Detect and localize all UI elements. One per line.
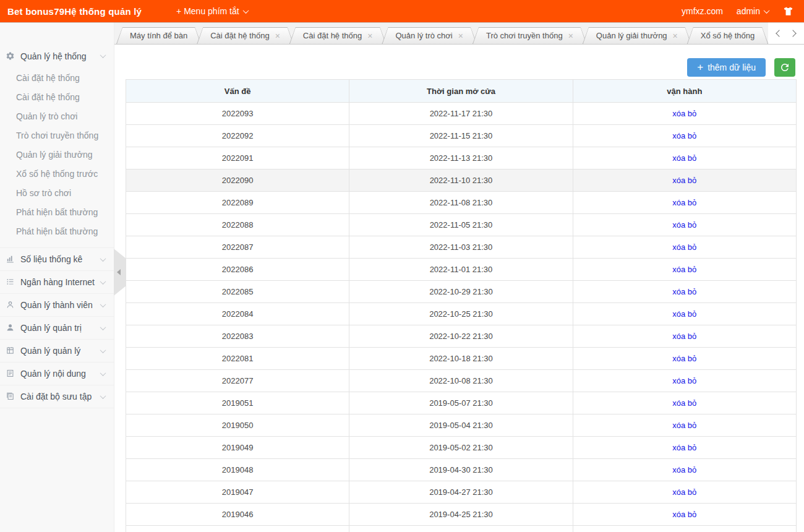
tab-label: Quản lý trò chơi — [395, 31, 452, 40]
sidebar-subitem-0-0[interactable]: Cài đặt hệ thống — [0, 69, 114, 88]
content-icon — [6, 369, 15, 379]
cell-open-time: 2019-04-30 21:30 — [349, 459, 573, 481]
cell-operation: xóa bỏ — [573, 414, 796, 437]
tab-4[interactable]: Trò chơi truyền thống× — [473, 27, 587, 44]
table-row: 20190502019-05-04 21:30xóa bỏ — [126, 414, 797, 437]
cell-issue: 2022087 — [126, 236, 349, 259]
add-data-button[interactable]: + thêm dữ liệu — [687, 58, 766, 77]
sidebar-subitem-0-5[interactable]: Xổ số hệ thống trước — [0, 165, 114, 184]
cell-open-time: 2022-10-22 21:30 — [349, 325, 573, 348]
sidebar-group-2: Ngân hàng Internet — [0, 270, 114, 293]
sidebar-item-5[interactable]: Quản lý quản lý — [0, 339, 114, 362]
sidebar-subitem-0-6[interactable]: Hồ sơ trò chơi — [0, 184, 114, 203]
delete-link[interactable]: xóa bỏ — [672, 510, 696, 519]
delete-link[interactable]: xóa bỏ — [672, 242, 696, 252]
delete-link[interactable]: xóa bỏ — [672, 220, 696, 230]
tab-scroll-right-icon[interactable] — [789, 30, 796, 36]
shortcut-menu-button[interactable]: + Menu phím tắt — [176, 6, 248, 16]
cell-open-time: 2019-05-04 21:30 — [349, 414, 573, 437]
sidebar-item-label: Quản lý hệ thống — [20, 51, 101, 61]
tab-3[interactable]: Quản lý trò chơi× — [382, 27, 477, 44]
cell-open-time: 2022-11-15 21:30 — [349, 125, 573, 147]
delete-link[interactable]: xóa bỏ — [672, 443, 696, 452]
sidebar-item-2[interactable]: Ngân hàng Internet — [0, 270, 114, 293]
delete-link[interactable]: xóa bỏ — [672, 376, 696, 385]
delete-link[interactable]: xóa bỏ — [672, 487, 696, 497]
table-row: 20220832022-10-22 21:30xóa bỏ — [126, 325, 797, 348]
cell-issue: 2022083 — [126, 325, 349, 348]
delete-link[interactable]: xóa bỏ — [672, 198, 696, 207]
cell-operation: xóa bỏ — [573, 281, 796, 303]
tab-5[interactable]: Quản lý giải thưởng× — [583, 27, 691, 44]
delete-link[interactable]: xóa bỏ — [672, 332, 696, 341]
delete-link[interactable]: xóa bỏ — [672, 421, 696, 430]
tab-close-icon[interactable]: × — [367, 32, 372, 40]
chevron-down-icon — [100, 324, 106, 330]
refresh-button[interactable] — [774, 58, 795, 77]
delete-link[interactable]: xóa bỏ — [672, 109, 696, 118]
chevron-down-icon — [764, 7, 770, 14]
sidebar-subitem-0-4[interactable]: Quản lý giải thưởng — [0, 145, 114, 165]
delete-link[interactable]: xóa bỏ — [672, 176, 696, 185]
delete-link[interactable]: xóa bỏ — [672, 465, 696, 474]
tab-close-icon[interactable]: × — [458, 32, 463, 40]
sidebar-item-6[interactable]: Quản lý nội dung — [0, 362, 114, 385]
sidebar-group-4: Quản lý quản trị — [0, 316, 114, 339]
cell-open-time: 2022-10-29 21:30 — [349, 281, 573, 303]
table-row: 20190462019-04-25 21:30xóa bỏ — [126, 504, 797, 526]
delete-link[interactable]: xóa bỏ — [672, 153, 696, 163]
topbar: Bet bonus79Hệ thống quản lý + Menu phím … — [0, 0, 804, 22]
sidebar-item-1[interactable]: Số liệu thống kê — [0, 247, 114, 270]
delete-link[interactable]: xóa bỏ — [672, 287, 696, 296]
sidebar-subitem-0-2[interactable]: Quản lý trò chơi — [0, 107, 114, 126]
cell-open-time: 2022-10-25 21:30 — [349, 303, 573, 325]
sidebar-subitem-0-7[interactable]: Phát hiện bất thường — [0, 203, 114, 222]
theme-shirt-icon[interactable] — [782, 6, 794, 17]
cell-open-time: 2022-11-03 21:30 — [349, 236, 573, 259]
sidebar-item-3[interactable]: Quản lý thành viên — [0, 293, 114, 316]
cell-open-time: 2022-10-18 21:30 — [349, 348, 573, 370]
delete-link[interactable]: xóa bỏ — [672, 354, 696, 363]
table-row: 20220812022-10-18 21:30xóa bỏ — [126, 348, 797, 370]
sidebar-item-0[interactable]: Quản lý hệ thống — [0, 45, 114, 67]
cell-operation: xóa bỏ — [573, 147, 796, 169]
tab-bar: Máy tính để bànCài đặt hệ thống×Cài đặt … — [114, 22, 804, 45]
cell-issue: 2022085 — [126, 281, 349, 303]
cell-open-time: 2022-11-08 21:30 — [349, 192, 573, 214]
sidebar-subitem-0-8[interactable]: Phát hiện bất thường — [0, 222, 114, 241]
delete-link[interactable]: xóa bỏ — [672, 309, 696, 319]
chevron-down-icon — [100, 393, 106, 399]
cell-open-time: 2019-04-27 21:30 — [349, 481, 573, 504]
tab-2[interactable]: Cài đặt hệ thống× — [289, 27, 387, 44]
delete-link[interactable]: xóa bỏ — [672, 131, 696, 140]
tab-close-icon[interactable]: × — [275, 32, 280, 40]
tab-label: Máy tính để bàn — [130, 31, 187, 40]
username: admin — [737, 6, 760, 16]
delete-link[interactable]: xóa bỏ — [672, 265, 696, 274]
tab-close-icon[interactable]: × — [673, 32, 678, 40]
sidebar-subitem-0-3[interactable]: Trò chơi truyền thống — [0, 126, 114, 145]
cell-issue: 2019050 — [126, 414, 349, 437]
user-menu[interactable]: admin — [737, 6, 769, 16]
table-row-partial — [126, 526, 797, 532]
table-row: 20220842022-10-25 21:30xóa bỏ — [126, 303, 797, 325]
cell-open-time: 2022-11-01 21:30 — [349, 259, 573, 281]
sidebar-item-4[interactable]: Quản lý quản trị — [0, 316, 114, 339]
tab-0[interactable]: Máy tính để bàn — [116, 27, 201, 44]
tab-close-icon[interactable]: × — [568, 32, 573, 40]
sidebar-item-7[interactable]: Cài đặt bộ sưu tập — [0, 385, 114, 408]
tab-1[interactable]: Cài đặt hệ thống× — [197, 27, 294, 44]
cell-empty — [126, 526, 349, 532]
sidebar-item-label: Ngân hàng Internet — [20, 277, 101, 287]
gear-icon — [6, 51, 15, 61]
sidebar-subitem-0-1[interactable]: Cài đặt hệ thống — [0, 88, 114, 107]
delete-link[interactable]: xóa bỏ — [672, 398, 696, 408]
cell-open-time: 2019-05-02 21:30 — [349, 437, 573, 459]
cell-operation: xóa bỏ — [573, 348, 796, 370]
cell-issue: 2019051 — [126, 392, 349, 414]
sidebar: Quản lý hệ thốngCài đặt hệ thốngCài đặt … — [0, 22, 114, 532]
tab-scroll-left-icon[interactable] — [776, 30, 782, 36]
tab-6[interactable]: Xổ số hệ thống — [687, 27, 768, 44]
tab-label: Xổ số hệ thống — [701, 31, 755, 40]
data-table: Vấn đề Thời gian mở cửa vận hành 2022093… — [126, 79, 797, 532]
